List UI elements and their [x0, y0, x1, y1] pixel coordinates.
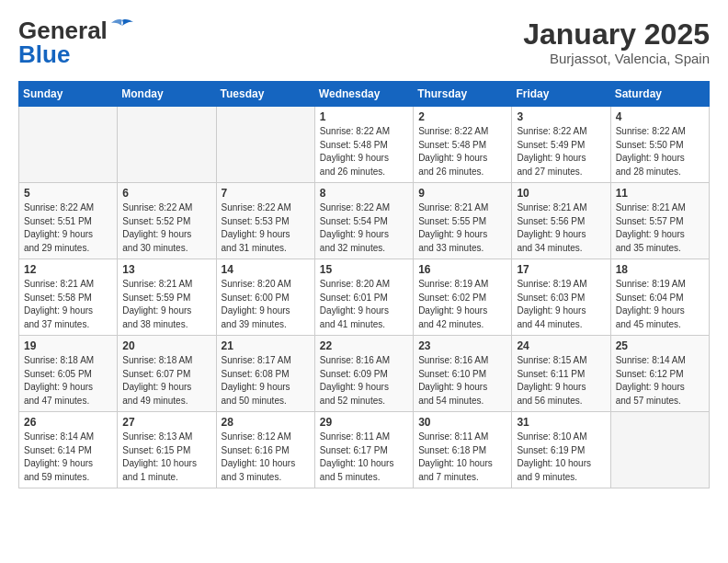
day-info: Sunrise: 8:16 AM Sunset: 6:10 PM Dayligh… [418, 354, 506, 408]
calendar-cell: 12Sunrise: 8:21 AM Sunset: 5:58 PM Dayli… [19, 259, 118, 336]
day-info: Sunrise: 8:16 AM Sunset: 6:09 PM Dayligh… [320, 354, 408, 408]
calendar-cell: 22Sunrise: 8:16 AM Sunset: 6:09 PM Dayli… [314, 336, 413, 412]
day-info: Sunrise: 8:21 AM Sunset: 5:57 PM Dayligh… [616, 201, 704, 255]
day-number: 6 [122, 187, 210, 200]
calendar-week-1: 1Sunrise: 8:22 AM Sunset: 5:48 PM Daylig… [19, 107, 710, 183]
day-info: Sunrise: 8:19 AM Sunset: 6:03 PM Dayligh… [517, 278, 605, 331]
day-info: Sunrise: 8:22 AM Sunset: 5:54 PM Dayligh… [320, 201, 408, 255]
calendar-cell: 1Sunrise: 8:22 AM Sunset: 5:48 PM Daylig… [314, 107, 413, 183]
weekday-header-sunday: Sunday [19, 82, 118, 107]
location-subtitle: Burjassot, Valencia, Spain [523, 51, 710, 66]
day-number: 7 [222, 187, 310, 200]
day-number: 30 [418, 416, 506, 429]
day-number: 15 [320, 263, 408, 276]
day-info: Sunrise: 8:21 AM Sunset: 5:59 PM Dayligh… [122, 278, 210, 331]
calendar-cell: 3Sunrise: 8:22 AM Sunset: 5:49 PM Daylig… [512, 107, 610, 183]
calendar-cell: 20Sunrise: 8:18 AM Sunset: 6:07 PM Dayli… [118, 336, 216, 412]
day-info: Sunrise: 8:20 AM Sunset: 6:01 PM Dayligh… [320, 278, 408, 331]
day-number: 31 [517, 416, 605, 429]
day-number: 10 [517, 187, 605, 200]
calendar-cell: 11Sunrise: 8:21 AM Sunset: 5:57 PM Dayli… [610, 183, 709, 259]
day-info: Sunrise: 8:10 AM Sunset: 6:19 PM Dayligh… [517, 431, 605, 484]
calendar-cell: 6Sunrise: 8:22 AM Sunset: 5:52 PM Daylig… [118, 183, 216, 259]
day-info: Sunrise: 8:17 AM Sunset: 6:08 PM Dayligh… [222, 354, 310, 408]
day-info: Sunrise: 8:22 AM Sunset: 5:48 PM Dayligh… [418, 125, 506, 178]
calendar-cell [610, 412, 709, 488]
day-number: 3 [517, 110, 605, 123]
calendar-cell: 28Sunrise: 8:12 AM Sunset: 6:16 PM Dayli… [216, 412, 314, 488]
day-info: Sunrise: 8:22 AM Sunset: 5:49 PM Dayligh… [517, 125, 605, 178]
day-info: Sunrise: 8:21 AM Sunset: 5:58 PM Dayligh… [24, 278, 112, 331]
weekday-header-friday: Friday [512, 82, 610, 107]
calendar-cell: 8Sunrise: 8:22 AM Sunset: 5:54 PM Daylig… [314, 183, 413, 259]
day-info: Sunrise: 8:21 AM Sunset: 5:55 PM Dayligh… [418, 201, 506, 255]
day-number: 19 [24, 339, 112, 352]
day-info: Sunrise: 8:22 AM Sunset: 5:51 PM Dayligh… [24, 201, 112, 255]
day-number: 24 [517, 339, 605, 352]
calendar-table: SundayMondayTuesdayWednesdayThursdayFrid… [18, 81, 710, 488]
day-info: Sunrise: 8:14 AM Sunset: 6:12 PM Dayligh… [616, 354, 704, 408]
calendar-cell: 9Sunrise: 8:21 AM Sunset: 5:55 PM Daylig… [414, 183, 512, 259]
day-info: Sunrise: 8:12 AM Sunset: 6:16 PM Dayligh… [222, 431, 310, 484]
weekday-header-thursday: Thursday [414, 82, 512, 107]
calendar-cell: 14Sunrise: 8:20 AM Sunset: 6:00 PM Dayli… [216, 259, 314, 336]
day-number: 5 [24, 187, 112, 200]
day-number: 29 [320, 416, 408, 429]
calendar-cell: 4Sunrise: 8:22 AM Sunset: 5:50 PM Daylig… [610, 107, 709, 183]
day-number: 23 [418, 339, 506, 352]
calendar-cell: 31Sunrise: 8:10 AM Sunset: 6:19 PM Dayli… [512, 412, 610, 488]
day-number: 2 [418, 110, 506, 123]
day-info: Sunrise: 8:18 AM Sunset: 6:05 PM Dayligh… [24, 354, 112, 408]
weekday-header-tuesday: Tuesday [216, 82, 314, 107]
day-number: 11 [616, 187, 704, 200]
day-number: 9 [418, 187, 506, 200]
logo-bird-icon [109, 18, 135, 35]
logo: General Blue [18, 18, 135, 66]
title-block: January 2025 Burjassot, Valencia, Spain [523, 18, 710, 66]
weekday-header-monday: Monday [118, 82, 216, 107]
day-number: 16 [418, 263, 506, 276]
day-number: 25 [616, 339, 704, 352]
day-info: Sunrise: 8:13 AM Sunset: 6:15 PM Dayligh… [122, 431, 210, 484]
calendar-cell: 26Sunrise: 8:14 AM Sunset: 6:14 PM Dayli… [19, 412, 118, 488]
day-info: Sunrise: 8:21 AM Sunset: 5:56 PM Dayligh… [517, 201, 605, 255]
calendar-week-4: 19Sunrise: 8:18 AM Sunset: 6:05 PM Dayli… [19, 336, 710, 412]
calendar-cell: 10Sunrise: 8:21 AM Sunset: 5:56 PM Dayli… [512, 183, 610, 259]
day-number: 18 [616, 263, 704, 276]
day-number: 12 [24, 263, 112, 276]
calendar-cell: 13Sunrise: 8:21 AM Sunset: 5:59 PM Dayli… [118, 259, 216, 336]
day-info: Sunrise: 8:15 AM Sunset: 6:11 PM Dayligh… [517, 354, 605, 408]
calendar-week-5: 26Sunrise: 8:14 AM Sunset: 6:14 PM Dayli… [19, 412, 710, 488]
calendar-cell: 19Sunrise: 8:18 AM Sunset: 6:05 PM Dayli… [19, 336, 118, 412]
month-title: January 2025 [523, 18, 710, 51]
day-number: 14 [222, 263, 310, 276]
day-info: Sunrise: 8:19 AM Sunset: 6:02 PM Dayligh… [418, 278, 506, 331]
calendar-cell: 24Sunrise: 8:15 AM Sunset: 6:11 PM Dayli… [512, 336, 610, 412]
calendar-cell: 25Sunrise: 8:14 AM Sunset: 6:12 PM Dayli… [610, 336, 709, 412]
calendar-cell: 16Sunrise: 8:19 AM Sunset: 6:02 PM Dayli… [414, 259, 512, 336]
calendar-cell: 23Sunrise: 8:16 AM Sunset: 6:10 PM Dayli… [414, 336, 512, 412]
weekday-header-saturday: Saturday [610, 82, 709, 107]
day-info: Sunrise: 8:18 AM Sunset: 6:07 PM Dayligh… [122, 354, 210, 408]
day-number: 27 [122, 416, 210, 429]
day-number: 13 [122, 263, 210, 276]
calendar-cell [216, 107, 314, 183]
logo-blue: Blue [18, 42, 135, 66]
day-info: Sunrise: 8:22 AM Sunset: 5:52 PM Dayligh… [122, 201, 210, 255]
calendar-cell: 17Sunrise: 8:19 AM Sunset: 6:03 PM Dayli… [512, 259, 610, 336]
day-number: 26 [24, 416, 112, 429]
calendar-cell [19, 107, 118, 183]
logo-general: General [18, 18, 108, 42]
calendar-cell: 5Sunrise: 8:22 AM Sunset: 5:51 PM Daylig… [19, 183, 118, 259]
page-header: General Blue January 2025 Burjassot, Val… [18, 18, 710, 66]
calendar-cell: 30Sunrise: 8:11 AM Sunset: 6:18 PM Dayli… [414, 412, 512, 488]
weekday-header-wednesday: Wednesday [314, 82, 413, 107]
day-info: Sunrise: 8:19 AM Sunset: 6:04 PM Dayligh… [616, 278, 704, 331]
calendar-week-3: 12Sunrise: 8:21 AM Sunset: 5:58 PM Dayli… [19, 259, 710, 336]
day-info: Sunrise: 8:22 AM Sunset: 5:50 PM Dayligh… [616, 125, 704, 178]
calendar-cell [118, 107, 216, 183]
calendar-cell: 27Sunrise: 8:13 AM Sunset: 6:15 PM Dayli… [118, 412, 216, 488]
day-info: Sunrise: 8:14 AM Sunset: 6:14 PM Dayligh… [24, 431, 112, 484]
day-info: Sunrise: 8:20 AM Sunset: 6:00 PM Dayligh… [222, 278, 310, 331]
day-number: 21 [222, 339, 310, 352]
